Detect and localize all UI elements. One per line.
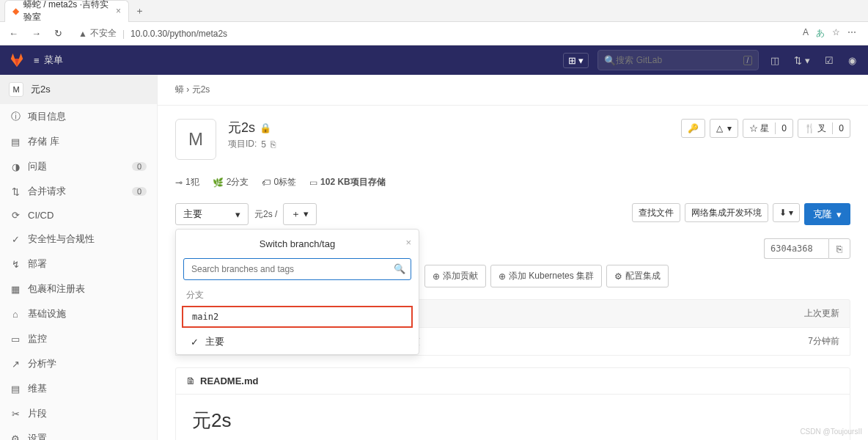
notification-dropdown[interactable]: △ ▾ — [710, 119, 738, 138]
branch-item-default[interactable]: ✓主要 — [176, 329, 419, 354]
path-crumb[interactable]: 元2s / — [254, 208, 277, 221]
configure-integrations-button[interactable]: ⚙配置集成 — [606, 265, 669, 287]
insecure-badge: ▲ 不安全 — [78, 27, 117, 40]
copy-hash-button[interactable]: ⎘ — [828, 238, 850, 259]
project-title: 元2s 🔒 — [228, 119, 276, 136]
document-icon: 🗎 — [186, 375, 196, 386]
download-dropdown[interactable]: ⬇ ▾ — [773, 203, 800, 222]
search-icon: 🔍 — [394, 263, 405, 274]
branch-switcher-title: Switch branch/tag × — [176, 230, 419, 258]
menu-toggle[interactable]: ≡ 菜单 — [34, 54, 63, 67]
monitor-icon: ▭ — [10, 334, 21, 345]
sidebar-item-deploy[interactable]: ↯部署 — [0, 252, 157, 276]
project-stats: ⊸ 1犯 🌿 2分支 🏷 0标签 ▭ 102 KB项目存储 — [158, 173, 868, 197]
main-content: 蟒 › 元2s M 元2s 🔒 项目ID: 5 ⎘ 🔑 △ ▾ ☆ 星0 — [158, 75, 868, 440]
repo-icon: ▤ — [10, 136, 21, 147]
branch-switcher-panel: Switch branch/tag × 🔍 分支 main2 ✓主要 — [175, 229, 419, 355]
chevron-down-icon: ▾ — [235, 209, 240, 220]
find-file-button[interactable]: 查找文件 — [632, 203, 680, 222]
project-sidebar: M 元2s ⓘ项目信息 ▤存储 库 ◑问题0 ⇅合并请求0 ⟳CI/CD ✓安全… — [0, 75, 158, 440]
repo-controls: 主要▾ 元2s / ＋ ▾ 查找文件 网络集成开发环境 ⬇ ▾ 克隆 ▾ — [158, 197, 868, 231]
project-id-value: 5 — [261, 139, 266, 150]
readme-title: 元2s — [192, 408, 834, 433]
more-icon[interactable]: ⋯ — [847, 27, 856, 40]
sidebar-item-packages[interactable]: ▦包裹和注册表 — [0, 276, 157, 301]
info-icon: ⓘ — [10, 110, 21, 123]
translate-icon[interactable]: あ — [816, 27, 825, 40]
font-size-icon[interactable]: A — [803, 27, 809, 40]
snippets-icon: ✂ — [10, 408, 21, 419]
mr-count-badge: 0 — [132, 187, 147, 196]
stat-storage[interactable]: ▭ 102 KB项目存储 — [309, 176, 386, 188]
search-shortcut: / — [743, 56, 753, 65]
global-search[interactable]: 🔍 / — [597, 50, 759, 70]
forward-button[interactable]: → — [29, 28, 44, 39]
sidebar-item-project-info[interactable]: ⓘ项目信息 — [0, 104, 157, 129]
browser-tab[interactable]: ◆ 蟒蛇 / meta2s ·吉特实验室 × — [4, 0, 129, 22]
branch-item-main2[interactable]: main2 — [182, 306, 413, 328]
packages-icon: ▦ — [10, 284, 21, 295]
browser-toolbar: ← → ↻ ▲ 不安全 | 10.0.0.30/python/meta2s A … — [0, 22, 868, 45]
sidebar-item-repository[interactable]: ▤存储 库 — [0, 129, 157, 154]
shield-icon: ✓ — [10, 234, 21, 245]
sidebar-item-issues[interactable]: ◑问题0 — [0, 154, 157, 179]
sidebar-item-wiki[interactable]: ▤维基 — [0, 376, 157, 401]
sidebar-item-infrastructure[interactable]: ⌂基础设施 — [0, 301, 157, 326]
stat-branches[interactable]: 🌿 2分支 — [213, 176, 249, 188]
readme-panel: 🗎 README.md 元2s 开始 为了便于您开始使用 GitLab，下面列出… — [175, 367, 850, 440]
todos-icon[interactable]: ☑ — [822, 55, 836, 66]
issues-icon[interactable]: ◫ — [768, 55, 782, 66]
address-bar[interactable]: ▲ 不安全 | 10.0.0.30/python/meta2s — [73, 27, 795, 40]
check-icon: ✓ — [191, 337, 199, 348]
wiki-icon: ▤ — [10, 384, 21, 395]
commit-hash-box: ⎘ — [764, 238, 850, 259]
branch-dropdown[interactable]: 主要▾ — [175, 203, 249, 225]
gitlab-logo[interactable] — [9, 52, 25, 68]
sidebar-item-analytics[interactable]: ↗分析学 — [0, 351, 157, 376]
back-button[interactable]: ← — [6, 28, 21, 39]
fork-button[interactable]: 🍴 叉0 — [798, 119, 850, 138]
project-header: M 元2s 🔒 项目ID: 5 ⎘ 🔑 △ ▾ ☆ 星0 🍴 叉0 — [158, 106, 868, 173]
tab-title: 蟒蛇 / meta2s ·吉特实验室 — [23, 0, 111, 23]
favorite-icon[interactable]: ☆ — [832, 27, 840, 40]
breadcrumb: 蟒 › 元2s — [158, 75, 868, 106]
sidebar-item-merge-requests[interactable]: ⇅合并请求0 — [0, 179, 157, 204]
project-name-label: 元2s — [31, 83, 51, 96]
reload-button[interactable]: ↻ — [51, 28, 65, 39]
clone-button[interactable]: 克隆 ▾ — [804, 203, 850, 225]
issues-count-badge: 0 — [132, 162, 147, 171]
stat-commits[interactable]: ⊸ 1犯 — [175, 176, 199, 188]
add-file-dropdown[interactable]: ＋ ▾ — [283, 203, 317, 225]
close-tab-icon[interactable]: × — [116, 6, 121, 16]
sidebar-item-security[interactable]: ✓安全性与合规性 — [0, 227, 157, 252]
project-avatar-small: M — [9, 82, 23, 97]
sidebar-item-monitoring[interactable]: ▭监控 — [0, 326, 157, 351]
add-kubernetes-button[interactable]: ⊕添加 Kubernetes 集群 — [490, 265, 602, 287]
copy-id-icon[interactable]: ⎘ — [271, 139, 276, 150]
watermark: CSDN @ToujoursII — [800, 428, 862, 436]
close-icon[interactable]: × — [405, 237, 411, 248]
sidebar-item-cicd[interactable]: ⟳CI/CD — [0, 204, 157, 227]
gitlab-favicon: ◆ — [12, 6, 19, 16]
user-menu[interactable]: ◉ — [845, 55, 859, 66]
new-tab-button[interactable]: ＋ — [129, 4, 150, 18]
merge-requests-icon[interactable]: ⇅ ▾ — [791, 55, 813, 66]
issues-icon: ◑ — [10, 161, 21, 172]
sidebar-item-snippets[interactable]: ✂片段 — [0, 401, 157, 426]
sidebar-project-tile[interactable]: M 元2s — [0, 75, 157, 104]
add-contributing-button[interactable]: ⊕添加贡献 — [424, 265, 486, 287]
web-ide-button[interactable]: 网络集成开发环境 — [685, 203, 768, 222]
sidebar-item-settings[interactable]: ⚙设置 — [0, 426, 157, 440]
commit-hash[interactable] — [764, 238, 828, 259]
breadcrumb-current: 元2s — [192, 84, 210, 95]
star-button[interactable]: ☆ 星0 — [743, 119, 793, 138]
ssh-key-button[interactable]: 🔑 — [681, 119, 705, 138]
search-input[interactable] — [616, 55, 743, 65]
column-last-update: 上次更新 — [804, 307, 839, 320]
stat-tags[interactable]: 🏷 0标签 — [262, 176, 296, 188]
create-dropdown[interactable]: ⊞ ▾ — [563, 53, 589, 68]
project-actions-row: ⊕添加贡献 ⊕添加 Kubernetes 集群 ⚙配置集成 — [407, 259, 868, 293]
breadcrumb-parent[interactable]: 蟒 — [175, 84, 184, 95]
branch-search-input[interactable] — [183, 258, 411, 280]
lock-icon: 🔒 — [260, 122, 271, 133]
